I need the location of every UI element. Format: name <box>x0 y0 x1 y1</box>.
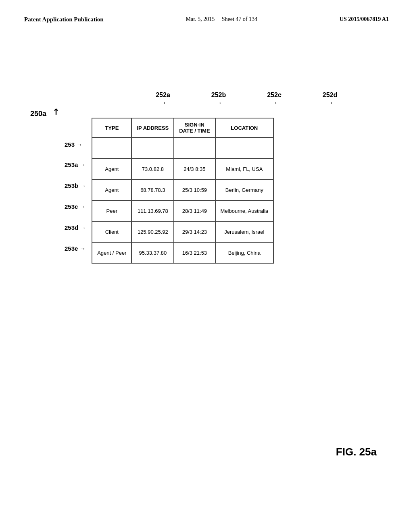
cell-type-253b: Agent <box>92 179 131 200</box>
cell-ip-253 <box>131 137 174 158</box>
cell-ip-253c: 111.13.69.78 <box>131 200 174 221</box>
cell-type-253e: Agent / Peer <box>92 242 131 263</box>
row-label-253b: 253b → <box>65 175 86 196</box>
figure-label: FIG. 25a <box>336 446 377 458</box>
cell-ip-253d: 125.90.25.92 <box>131 221 174 242</box>
cell-ip-253b: 68.78.78.3 <box>131 179 174 200</box>
cell-ip-253e: 95.33.37.80 <box>131 242 174 263</box>
column-labels: 252a → 252b → 252c → 252d → <box>135 91 358 107</box>
row-label-253: 253 → <box>65 135 86 154</box>
row-labels: 253 → 253a → 253b → 253c → 253d → 253e → <box>65 118 86 259</box>
col-header-location: LOCATION <box>215 118 274 137</box>
col-header-signin: SIGN-INDATE / TIME <box>174 118 215 137</box>
col-header-ip: IP ADDRESS <box>131 118 174 137</box>
cell-signin-253e: 16/3 21:53 <box>174 242 215 263</box>
col-label-252a: 252a → <box>135 91 191 107</box>
table-row: Agent / Peer 95.33.37.80 16/3 21:53 Beij… <box>92 242 273 263</box>
publication-title: Patent Application Publication <box>24 16 104 23</box>
row-label-253e: 253e → <box>65 238 86 259</box>
label-250a: 250a <box>30 110 46 118</box>
publication-date: Mar. 5, 2015 <box>186 16 215 22</box>
cell-location-253c: Melbourne, Australia <box>215 200 274 221</box>
arrow-250a: ↗ <box>50 106 62 118</box>
table-row: Agent 68.78.78.3 25/3 10:59 Berlin, Germ… <box>92 179 273 200</box>
col-label-252b: 252b → <box>191 91 246 107</box>
sheet-info: Sheet 47 of 134 <box>222 16 257 22</box>
table-row: Agent 73.0.82.8 24/3 8:35 Miami, FL, USA <box>92 158 273 179</box>
cell-ip-253a: 73.0.82.8 <box>131 158 174 179</box>
cell-type-253a: Agent <box>92 158 131 179</box>
cell-location-253a: Miami, FL, USA <box>215 158 274 179</box>
row-label-253c: 253c → <box>65 196 86 217</box>
row-label-253d: 253d → <box>65 217 86 238</box>
header-date-sheet: Mar. 5, 2015 Sheet 47 of 134 <box>186 16 257 23</box>
page-header: Patent Application Publication Mar. 5, 2… <box>0 0 413 31</box>
data-table: TYPE IP ADDRESS SIGN-INDATE / TIME LOCAT… <box>92 118 274 264</box>
cell-type-253d: Client <box>92 221 131 242</box>
cell-signin-253 <box>174 137 215 158</box>
cell-signin-253b: 25/3 10:59 <box>174 179 215 200</box>
cell-signin-253a: 24/3 8:35 <box>174 158 215 179</box>
table-row <box>92 137 273 158</box>
col-label-252c: 252c → <box>246 91 302 107</box>
table-section: 253 → 253a → 253b → 253c → 253d → 253e → <box>65 118 274 264</box>
table-row: Peer 111.13.69.78 28/3 11:49 Melbourne, … <box>92 200 273 221</box>
cell-type-253 <box>92 137 131 158</box>
table-row: Client 125.90.25.92 29/3 14:23 Jerusalem… <box>92 221 273 242</box>
cell-signin-253c: 28/3 11:49 <box>174 200 215 221</box>
cell-location-253e: Beijing, China <box>215 242 274 263</box>
col-label-252d: 252d → <box>302 91 358 107</box>
patent-number: US 2015/0067819 A1 <box>340 16 389 23</box>
cell-location-253d: Jerusalem, Israel <box>215 221 274 242</box>
cell-location-253 <box>215 137 274 158</box>
row-label-253a: 253a → <box>65 154 86 175</box>
cell-type-253c: Peer <box>92 200 131 221</box>
col-header-type: TYPE <box>92 118 131 137</box>
cell-location-253b: Berlin, Germany <box>215 179 274 200</box>
cell-signin-253d: 29/3 14:23 <box>174 221 215 242</box>
